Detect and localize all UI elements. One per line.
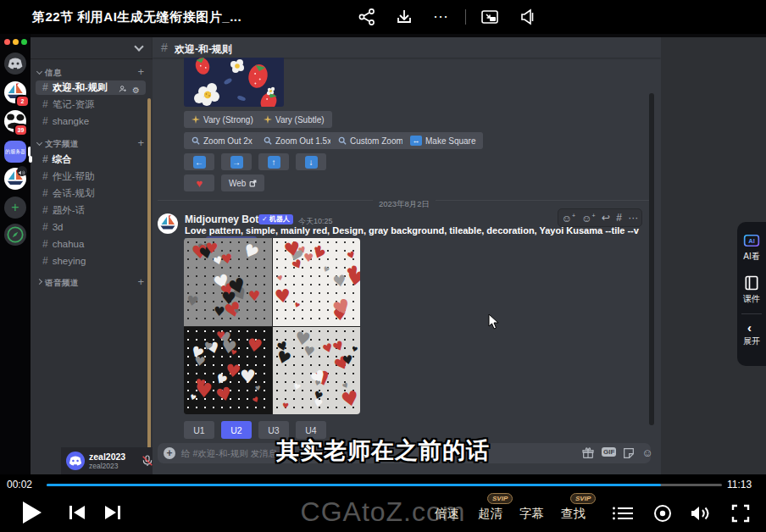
grid-image-1[interactable]: ♥♥♥♥♥♥♥♥♥♥♥♥♥♥♥♥♥ <box>184 238 272 326</box>
search-button[interactable]: 查找 <box>561 506 586 522</box>
vary-subtle-button[interactable]: Vary (Subtle) <box>256 111 332 128</box>
channel-notes[interactable]: #笔记-资源 <box>36 97 146 112</box>
heart-pattern-glyph: ♥ <box>292 382 302 392</box>
explore-servers-button[interactable] <box>4 224 26 246</box>
grid-image-2[interactable]: ♥♥♥♥♥♥♥♥♥♥♥♥♥♥♥♥♥ <box>273 238 360 326</box>
fullscreen-icon[interactable] <box>730 503 751 524</box>
record-screen-icon[interactable] <box>652 503 673 524</box>
pan-left-button[interactable]: ← <box>184 153 214 170</box>
channel-settings-gear-icon[interactable]: ⚙ <box>132 83 140 97</box>
ai-watch-icon[interactable]: AI <box>743 232 760 249</box>
channel-homework-help[interactable]: #作业-帮助 <box>36 169 146 184</box>
favorite-heart-button[interactable]: ♥ <box>184 175 214 191</box>
grid-image-4[interactable]: ♥♥♥♥♥♥♥♥♥♥♥♥♥♥♥♥♥♥ <box>273 327 360 414</box>
add-channel-icon[interactable]: + <box>137 68 144 76</box>
super-reaction-icon[interactable]: ☺+ <box>581 213 595 224</box>
mute-speaker-icon[interactable] <box>518 7 538 27</box>
seek-bar[interactable] <box>47 484 722 486</box>
section-collapse-icon <box>36 279 42 285</box>
add-server-button[interactable]: + <box>4 197 26 219</box>
channel-general[interactable]: #综合 <box>36 152 146 167</box>
channel-shangke[interactable]: #shangke <box>36 114 146 129</box>
strawberry-pattern-image[interactable] <box>184 58 284 107</box>
hash-icon: # <box>42 170 48 182</box>
subtitles-button[interactable]: 字幕 <box>519 506 544 522</box>
discord-home-button[interactable] <box>4 53 26 75</box>
create-thread-icon[interactable]: # <box>616 213 622 223</box>
heart-pattern-glyph: ♥ <box>230 348 237 357</box>
add-channel-icon[interactable]: + <box>137 139 144 147</box>
message-more-icon[interactable]: ··· <box>628 213 638 223</box>
hash-icon: # <box>42 153 48 165</box>
channel-chahua[interactable]: #chahua <box>36 237 146 252</box>
ai-watch-label[interactable]: AI看 <box>737 251 766 263</box>
server-name-header[interactable] <box>31 37 153 59</box>
web-button[interactable]: Web <box>221 175 264 191</box>
section-info[interactable]: 信息 <box>37 68 62 79</box>
quality-button[interactable]: 超清 <box>478 506 502 522</box>
discord-chat-area: # 欢迎-和-规则 Vary <box>153 37 661 474</box>
custom-zoom-button[interactable]: Custom Zoom <box>330 132 411 149</box>
channel-3d[interactable]: #3d <box>36 220 146 235</box>
channel-session-planning[interactable]: #会话-规划 <box>36 186 146 201</box>
zoom-out-15x-button[interactable]: Zoom Out 1.5x <box>256 132 339 149</box>
svip-badge: SVIP <box>570 493 596 504</box>
section-voice-channels[interactable]: 语音频道 <box>37 278 79 289</box>
vary-strong-button[interactable]: Vary (Strong) <box>184 111 261 128</box>
section-text-channels[interactable]: 文字频道 <box>37 139 79 150</box>
traffic-light-close[interactable] <box>4 39 10 45</box>
pan-down-button[interactable]: ↓ <box>296 153 326 170</box>
playlist-icon[interactable] <box>612 506 634 521</box>
midjourney-image-grid[interactable]: ♥♥♥♥♥♥♥♥♥♥♥♥♥♥♥♥♥ ♥♥♥♥♥♥♥♥♥♥♥♥♥♥♥♥♥ ♥♥♥♥… <box>184 238 360 414</box>
sidebar-scrollbar[interactable] <box>147 98 151 478</box>
channel-sheying[interactable]: #sheying <box>36 254 146 269</box>
traffic-light-zoom[interactable] <box>21 39 27 45</box>
expand-label[interactable]: 展开 <box>737 335 766 347</box>
arrow-left-icon: ← <box>193 156 206 169</box>
chat-scrollbar[interactable] <box>649 93 654 425</box>
expand-chevron-icon[interactable]: ‹ <box>747 320 752 335</box>
hash-icon: # <box>42 115 48 127</box>
discord-server-rail: 2 39 的服务器 + <box>0 34 31 474</box>
midjourney-bot-avatar[interactable] <box>158 213 178 234</box>
reply-icon[interactable]: ↩ <box>602 213 610 223</box>
invite-people-icon[interactable] <box>119 83 127 97</box>
playback-speed-button[interactable]: 倍速 <box>435 506 459 522</box>
video-player-app: 第22节 利用AI生成无缝衔接图片_... ··· <box>0 0 766 532</box>
grid-image-3[interactable]: ♥♥♥♥♥♥♥♥♥♥♥♥♥♥♥♥♥♥ <box>184 327 272 414</box>
zoom-out-2x-button[interactable]: Zoom Out 2x <box>184 132 260 149</box>
channel-offtopic[interactable]: #题外-话 <box>36 203 146 218</box>
heart-pattern-glyph: ♥ <box>321 265 330 274</box>
courseware-label[interactable]: 课件 <box>737 293 766 305</box>
courseware-icon[interactable] <box>743 274 760 291</box>
server-unread-badge: 2 <box>15 95 30 108</box>
message-author[interactable]: Midjourney Bot <box>185 213 258 225</box>
share-icon[interactable] <box>357 7 377 27</box>
player-side-panel: AI AI看 课件 ‹ 展开 <box>737 222 766 366</box>
add-channel-icon[interactable]: + <box>137 278 144 286</box>
hash-icon: # <box>42 255 48 267</box>
video-frame[interactable]: 2 39 的服务器 + 信息 <box>0 34 766 474</box>
picture-in-picture-icon[interactable] <box>480 7 500 27</box>
pan-right-button[interactable]: → <box>221 153 252 170</box>
server-active-blue[interactable]: 的服务器 <box>4 141 26 163</box>
make-square-button[interactable]: ↔ Make Square <box>402 132 483 149</box>
heart-pattern-glyph: ♥ <box>216 330 225 341</box>
more-options-icon[interactable]: ··· <box>430 7 451 27</box>
channel-welcome-rules[interactable]: #欢迎-和-规则 ⚙ <box>36 80 146 95</box>
server-active-label: 的服务器 <box>5 149 25 154</box>
pan-up-button[interactable]: ↑ <box>258 153 289 170</box>
traffic-light-minimize[interactable] <box>13 39 19 45</box>
heart-pattern-glyph: ♥ <box>341 353 354 368</box>
download-icon[interactable] <box>394 7 414 27</box>
heart-icon: ♥ <box>196 177 203 190</box>
hash-icon: # <box>42 81 48 93</box>
volume-icon[interactable] <box>690 503 712 524</box>
hash-icon: # <box>42 221 48 233</box>
chevron-down-icon <box>134 42 143 51</box>
double-arrow-icon: ↔ <box>410 136 422 146</box>
add-reaction-icon[interactable]: ☺+ <box>562 213 575 224</box>
heart-pattern-glyph: ♥ <box>275 339 290 353</box>
hash-icon: # <box>42 187 48 199</box>
server-mention-badge: 39 <box>14 124 28 136</box>
